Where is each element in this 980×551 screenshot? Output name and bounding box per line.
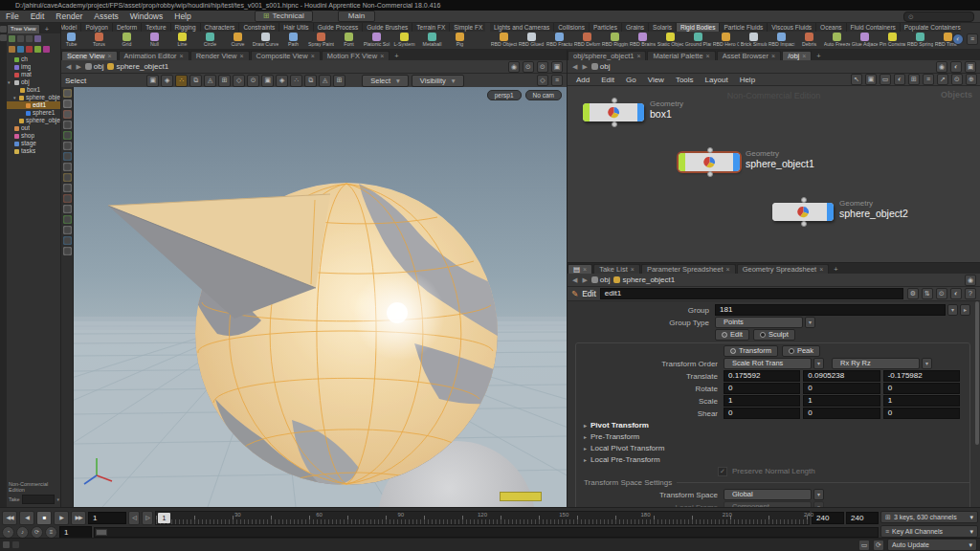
menu-windows[interactable]: Windows xyxy=(124,11,168,21)
shelf-tool-font[interactable]: Font xyxy=(335,32,363,50)
multi-snap-icon[interactable]: ⧉ xyxy=(304,75,317,87)
snapshot-icon[interactable]: ▣ xyxy=(865,74,877,85)
update-mode-dropdown[interactable]: Auto Update ▾ xyxy=(887,539,977,551)
shelf-tab-rigging[interactable]: Rigging xyxy=(171,23,201,32)
close-tab-icon[interactable]: × xyxy=(802,52,806,60)
shelf-tab-lights-and-cameras[interactable]: Lights and Cameras xyxy=(490,23,554,32)
edit-tool-icon[interactable] xyxy=(63,205,72,213)
node-body[interactable] xyxy=(779,203,827,221)
snap-points-icon[interactable]: ⊙ xyxy=(247,75,259,87)
gear-icon[interactable]: ⚙ xyxy=(907,288,919,299)
pin-icon[interactable]: ◉ xyxy=(965,275,976,286)
handles-tool-icon[interactable] xyxy=(63,163,72,171)
collapsed-section-local-pivot-transform[interactable]: ▸Local Pivot Transform xyxy=(576,444,664,452)
pin-icon[interactable]: ◉ xyxy=(936,61,947,73)
filter-sop-icon[interactable] xyxy=(17,46,24,53)
tab-animation-editor[interactable]: Animation Editor× xyxy=(119,51,189,60)
pivot-tool-icon[interactable] xyxy=(63,247,72,255)
nav-back-icon[interactable]: ◀ xyxy=(571,276,578,284)
viewport-3d[interactable]: persp1 No cam xyxy=(74,87,567,507)
close-tab-icon[interactable]: × xyxy=(706,52,710,60)
paint-tool-icon[interactable] xyxy=(63,194,72,203)
timeline-ruler[interactable]: 306090120150180210240 1 xyxy=(155,511,810,525)
param-field[interactable]: 0 xyxy=(724,383,800,394)
move-tool-icon[interactable] xyxy=(63,121,72,129)
breadcrumb-sphere_object1[interactable]: sphere_object1 xyxy=(107,62,168,71)
next-keyframe-button[interactable]: ▷ xyxy=(142,511,153,525)
tab-material-palette[interactable]: Material Palette× xyxy=(647,51,715,60)
tree-item-ch[interactable]: ch xyxy=(7,55,60,63)
presets-icon[interactable]: ◐ xyxy=(950,288,962,299)
network-menu-tools[interactable]: Tools xyxy=(670,76,700,84)
shelf-tab-particles[interactable]: Particles xyxy=(590,23,622,32)
node-display-flag[interactable] xyxy=(679,153,685,171)
tab-asset-browser[interactable]: Asset Browser× xyxy=(717,51,781,60)
reselect-icon[interactable]: ▸ xyxy=(960,304,970,316)
shelf-tab-particle-fluids[interactable]: Particle Fluids xyxy=(720,23,768,32)
export-icon[interactable]: ↗ xyxy=(937,74,948,85)
breadcrumb-obj[interactable]: obj xyxy=(591,276,611,284)
param-field[interactable]: 0 xyxy=(883,383,960,394)
shelf-tool-rbd-hero-object[interactable]: RBD Hero Object xyxy=(712,32,740,50)
radio-edit[interactable]: Edit xyxy=(715,329,749,341)
show-handles-icon[interactable]: ▣ xyxy=(146,75,159,87)
take-dropdown[interactable] xyxy=(22,495,56,504)
play-reverse-button[interactable]: ◀ xyxy=(19,511,34,525)
pane-pin-icon[interactable] xyxy=(0,26,7,33)
snap-grid-icon[interactable]: ∴ xyxy=(290,75,302,87)
shelf-tab-polygon[interactable]: Polygon xyxy=(81,23,113,32)
shelf-tab-solaris[interactable]: Solaris xyxy=(649,23,677,32)
new-pane-tab-button[interactable]: + xyxy=(813,52,824,60)
menu-assets[interactable]: Assets xyxy=(88,11,124,21)
tree-item-sphere_object1[interactable]: ▾sphere_object1 xyxy=(7,94,60,101)
shelf-tool-pin-constraint[interactable]: Pin Constraint xyxy=(879,32,906,50)
radio-transform[interactable]: Transform xyxy=(724,345,778,357)
param-field[interactable]: 1 xyxy=(803,395,880,407)
shelf-tab-populate-containers[interactable]: Populate Containers xyxy=(901,23,961,32)
shelf-tool-l-system[interactable]: L-System xyxy=(390,32,418,50)
shelf-tab-collisions[interactable]: Collisions xyxy=(554,23,590,32)
help-icon[interactable]: ? xyxy=(965,288,976,299)
close-tab-icon[interactable]: × xyxy=(240,52,244,60)
tab-geometry-spreadsheet[interactable]: Geometry Spreadsheet× xyxy=(737,264,830,274)
pane-split-icon[interactable] xyxy=(0,34,7,41)
shelf-tool-brick-simulation[interactable]: Brick Simulation xyxy=(740,32,768,50)
menu-render[interactable]: Render xyxy=(50,11,88,21)
recook-icon[interactable]: ⟳ xyxy=(873,540,884,551)
radio-sculpt[interactable]: Sculpt xyxy=(753,329,795,341)
tree-item-tasks[interactable]: tasks xyxy=(7,147,60,155)
nav-forward-icon[interactable]: ▶ xyxy=(581,63,588,71)
shelf-tab-oceans[interactable]: Oceans xyxy=(816,23,846,32)
collapsed-section-local-pre-transform[interactable]: ▸Local Pre-Transform xyxy=(576,455,660,464)
select-points-icon[interactable]: ∴ xyxy=(175,75,188,87)
new-pane-tab-button[interactable]: + xyxy=(390,52,402,60)
param-field[interactable]: 181 xyxy=(715,304,946,316)
node-input-connector[interactable] xyxy=(707,147,713,153)
lasso-select-icon[interactable]: ⊞ xyxy=(333,75,345,87)
global-end-field[interactable]: 240 xyxy=(846,512,879,524)
node-display-flag[interactable] xyxy=(583,103,590,121)
shelf-tool-rbd-rigging[interactable]: RBD Rigging xyxy=(601,32,629,50)
shelf-tab-constraints[interactable]: Constraints xyxy=(239,23,279,32)
shelf-more-icon[interactable]: ≡ xyxy=(967,33,978,45)
param-field[interactable]: 1 xyxy=(724,395,800,407)
tab-take-list[interactable]: Take List× xyxy=(593,264,640,274)
collapsed-section-pre-transform[interactable]: ▸Pre-Transform xyxy=(576,432,639,441)
tab--obj[interactable]: /obj× xyxy=(782,51,812,60)
tab-scene-view[interactable]: Scene View× xyxy=(61,51,118,60)
param-dropdown[interactable]: Scale Rot Trans xyxy=(724,358,812,369)
network-menu-add[interactable]: Add xyxy=(570,76,595,84)
snap-prims-icon[interactable]: ◈ xyxy=(276,75,288,87)
node-body[interactable] xyxy=(685,153,733,171)
shelf-tool-line[interactable]: Line xyxy=(168,32,196,50)
node-display-flag[interactable] xyxy=(772,203,779,221)
snapshot-icon[interactable]: ▣ xyxy=(551,61,563,73)
pose-tool-icon[interactable] xyxy=(63,152,72,161)
select-edges-icon[interactable]: ⧉ xyxy=(189,75,202,87)
select-options-icon[interactable]: ≡ xyxy=(551,75,563,86)
shelf-tab-simple-fx[interactable]: Simple FX xyxy=(450,23,485,32)
layout-tab-main[interactable]: Main xyxy=(338,11,375,22)
tree-item-mat[interactable]: mat xyxy=(7,71,60,78)
shelf-tab-hair-utils[interactable]: Hair Utils xyxy=(279,23,313,32)
select-prims-icon[interactable]: ◬ xyxy=(204,75,216,87)
